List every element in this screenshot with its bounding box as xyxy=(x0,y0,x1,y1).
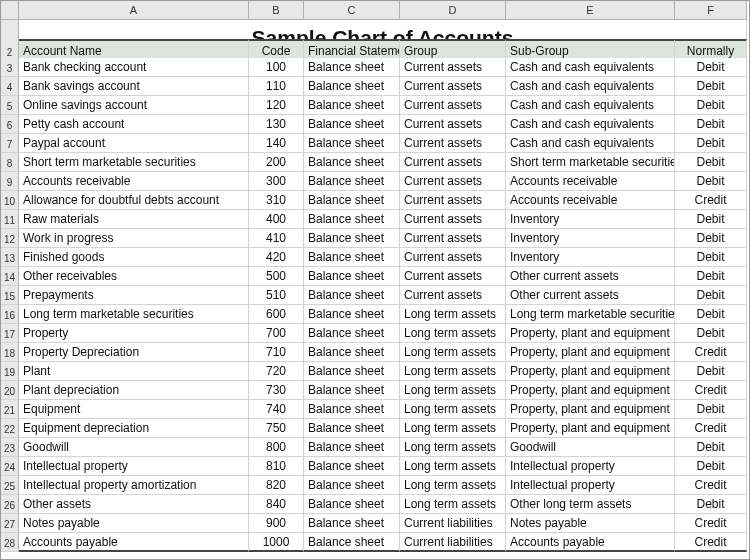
cell-normally[interactable]: Debit xyxy=(675,210,747,229)
cell-financial-statement[interactable]: Balance sheet xyxy=(304,58,400,77)
row-header[interactable]: 3 xyxy=(1,58,19,77)
cell-normally[interactable]: Debit xyxy=(675,172,747,191)
cell-normally[interactable]: Debit xyxy=(675,438,747,457)
cell-account-name[interactable]: Accounts payable xyxy=(19,533,249,552)
spreadsheet-grid[interactable]: ABCDEF1Sample Chart of Accounts2Account … xyxy=(1,1,749,552)
cell-financial-statement[interactable]: Balance sheet xyxy=(304,96,400,115)
cell-account-name[interactable]: Bank checking account xyxy=(19,58,249,77)
cell-account-name[interactable]: Bank savings account xyxy=(19,77,249,96)
cell-sub-group[interactable]: Property, plant and equipment xyxy=(506,324,675,343)
column-header-a[interactable]: A xyxy=(19,1,249,20)
row-header[interactable]: 5 xyxy=(1,96,19,115)
cell-sub-group[interactable]: Short term marketable securities xyxy=(506,153,675,172)
cell-normally[interactable]: Debit xyxy=(675,134,747,153)
row-header[interactable]: 21 xyxy=(1,400,19,419)
cell-code[interactable]: 820 xyxy=(249,476,304,495)
cell-financial-statement[interactable]: Balance sheet xyxy=(304,134,400,153)
row-header[interactable]: 22 xyxy=(1,419,19,438)
cell-account-name[interactable]: Other assets xyxy=(19,495,249,514)
cell-account-name[interactable]: Finished goods xyxy=(19,248,249,267)
cell-code[interactable]: 900 xyxy=(249,514,304,533)
cell-code[interactable]: 500 xyxy=(249,267,304,286)
row-header[interactable]: 7 xyxy=(1,134,19,153)
cell-group[interactable]: Current liabilities xyxy=(400,533,506,552)
cell-normally[interactable]: Debit xyxy=(675,324,747,343)
cell-group[interactable]: Long term assets xyxy=(400,457,506,476)
cell-account-name[interactable]: Online savings account xyxy=(19,96,249,115)
cell-code[interactable]: 100 xyxy=(249,58,304,77)
cell-code[interactable]: 840 xyxy=(249,495,304,514)
cell-group[interactable]: Current assets xyxy=(400,267,506,286)
cell-financial-statement[interactable]: Balance sheet xyxy=(304,457,400,476)
cell-financial-statement[interactable]: Balance sheet xyxy=(304,324,400,343)
row-header[interactable]: 8 xyxy=(1,153,19,172)
cell-code[interactable]: 140 xyxy=(249,134,304,153)
cell-sub-group[interactable]: Goodwill xyxy=(506,438,675,457)
cell-code[interactable]: 710 xyxy=(249,343,304,362)
cell-normally[interactable]: Debit xyxy=(675,495,747,514)
cell-sub-group[interactable]: Cash and cash equivalents xyxy=(506,58,675,77)
cell-financial-statement[interactable]: Balance sheet xyxy=(304,362,400,381)
cell-sub-group[interactable]: Property, plant and equipment xyxy=(506,419,675,438)
cell-financial-statement[interactable]: Balance sheet xyxy=(304,115,400,134)
cell-code[interactable]: 200 xyxy=(249,153,304,172)
cell-group[interactable]: Long term assets xyxy=(400,381,506,400)
cell-group[interactable]: Long term assets xyxy=(400,419,506,438)
row-header[interactable]: 14 xyxy=(1,267,19,286)
cell-account-name[interactable]: Paypal account xyxy=(19,134,249,153)
cell-financial-statement[interactable]: Balance sheet xyxy=(304,153,400,172)
cell-code[interactable]: 110 xyxy=(249,77,304,96)
cell-account-name[interactable]: Plant xyxy=(19,362,249,381)
column-header-f[interactable]: F xyxy=(675,1,747,20)
row-header[interactable]: 18 xyxy=(1,343,19,362)
cell-sub-group[interactable]: Cash and cash equivalents xyxy=(506,134,675,153)
cell-sub-group[interactable]: Notes payable xyxy=(506,514,675,533)
cell-account-name[interactable]: Raw materials xyxy=(19,210,249,229)
cell-code[interactable]: 1000 xyxy=(249,533,304,552)
cell-code[interactable]: 750 xyxy=(249,419,304,438)
row-header[interactable]: 16 xyxy=(1,305,19,324)
cell-normally[interactable]: Debit xyxy=(675,153,747,172)
cell-financial-statement[interactable]: Balance sheet xyxy=(304,438,400,457)
cell-sub-group[interactable]: Inventory xyxy=(506,210,675,229)
cell-account-name[interactable]: Petty cash account xyxy=(19,115,249,134)
cell-group[interactable]: Current assets xyxy=(400,77,506,96)
cell-account-name[interactable]: Other receivables xyxy=(19,267,249,286)
cell-code[interactable]: 420 xyxy=(249,248,304,267)
row-header[interactable]: 28 xyxy=(1,533,19,552)
cell-financial-statement[interactable]: Balance sheet xyxy=(304,286,400,305)
cell-normally[interactable]: Debit xyxy=(675,362,747,381)
cell-group[interactable]: Current assets xyxy=(400,248,506,267)
corner-cell[interactable] xyxy=(1,1,19,20)
cell-account-name[interactable]: Equipment xyxy=(19,400,249,419)
cell-sub-group[interactable]: Property, plant and equipment xyxy=(506,400,675,419)
cell-financial-statement[interactable]: Balance sheet xyxy=(304,248,400,267)
cell-group[interactable]: Current assets xyxy=(400,229,506,248)
cell-financial-statement[interactable]: Balance sheet xyxy=(304,172,400,191)
row-header[interactable]: 17 xyxy=(1,324,19,343)
cell-financial-statement[interactable]: Balance sheet xyxy=(304,191,400,210)
cell-code[interactable]: 720 xyxy=(249,362,304,381)
cell-financial-statement[interactable]: Balance sheet xyxy=(304,77,400,96)
cell-account-name[interactable]: Prepayments xyxy=(19,286,249,305)
cell-financial-statement[interactable]: Balance sheet xyxy=(304,476,400,495)
cell-account-name[interactable]: Allowance for doubtful debts account xyxy=(19,191,249,210)
cell-sub-group[interactable]: Cash and cash equivalents xyxy=(506,96,675,115)
cell-sub-group[interactable]: Other current assets xyxy=(506,267,675,286)
cell-group[interactable]: Long term assets xyxy=(400,362,506,381)
cell-financial-statement[interactable]: Balance sheet xyxy=(304,305,400,324)
cell-normally[interactable]: Credit xyxy=(675,191,747,210)
cell-sub-group[interactable]: Accounts payable xyxy=(506,533,675,552)
cell-code[interactable]: 310 xyxy=(249,191,304,210)
cell-normally[interactable]: Debit xyxy=(675,267,747,286)
cell-account-name[interactable]: Accounts receivable xyxy=(19,172,249,191)
cell-group[interactable]: Current assets xyxy=(400,191,506,210)
cell-account-name[interactable]: Short term marketable securities xyxy=(19,153,249,172)
cell-financial-statement[interactable]: Balance sheet xyxy=(304,267,400,286)
cell-account-name[interactable]: Intellectual property xyxy=(19,457,249,476)
cell-normally[interactable]: Debit xyxy=(675,77,747,96)
column-header-e[interactable]: E xyxy=(506,1,675,20)
row-header[interactable]: 9 xyxy=(1,172,19,191)
cell-financial-statement[interactable]: Balance sheet xyxy=(304,533,400,552)
cell-normally[interactable]: Credit xyxy=(675,381,747,400)
